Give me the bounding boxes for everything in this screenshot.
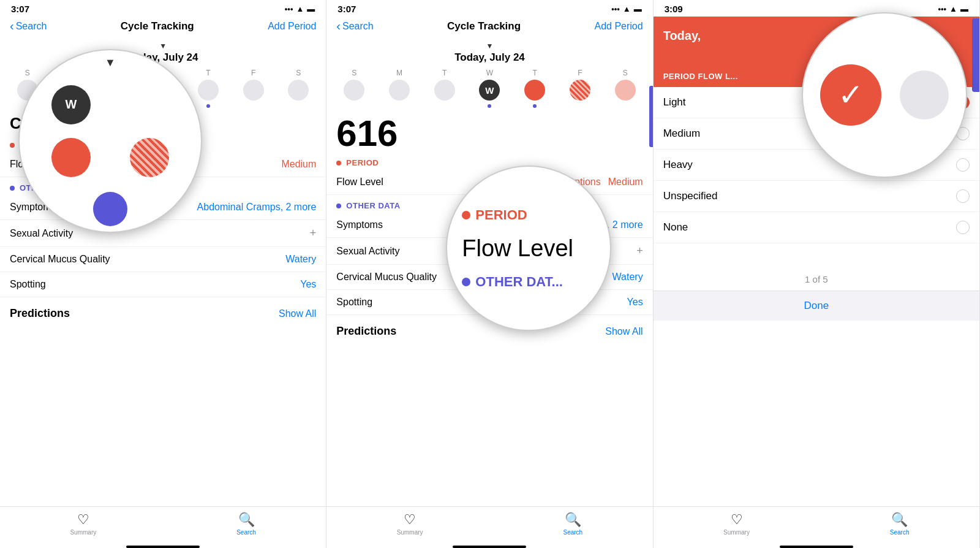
caret-icon: ▼	[159, 42, 167, 50]
lens-w-circle: W	[51, 85, 91, 124]
lens-caret-icon: ▼	[105, 56, 116, 69]
cal-day-t2: T	[198, 69, 219, 108]
date-header-1: ▼ Today, July 24	[0, 38, 326, 66]
lens2-period-label: PERIOD	[475, 207, 527, 223]
back-button-2[interactable]: ‹ Search	[336, 19, 373, 33]
show-all-1[interactable]: Show All	[279, 308, 316, 319]
time-1: 3:07	[11, 4, 29, 14]
add-period-button-2[interactable]: Add Period	[594, 21, 643, 32]
other-dot-2	[336, 204, 341, 208]
nav-title-1: Cycle Tracking	[121, 20, 194, 32]
nav-bar-2: ‹ Search Cycle Tracking Add Period	[326, 17, 652, 38]
home-indicator-2	[453, 546, 526, 548]
period-dot	[10, 143, 15, 148]
cycle-number-2: 616	[326, 110, 652, 152]
heart-icon-2: ♡	[404, 512, 416, 528]
heart-icon-1: ♡	[77, 512, 89, 528]
chevron-left-icon-2: ‹	[336, 19, 341, 33]
battery-icon-3: ▬	[960, 4, 968, 13]
battery-icon: ▬	[307, 4, 315, 13]
panel-3: 3:09 ••• ▲ ▬ Today, PERIOD FLOW L... Lig…	[654, 0, 980, 548]
status-icons-1: ••• ▲ ▬	[285, 4, 315, 13]
cal-day-t1-2: T	[434, 69, 455, 108]
status-bar-3: 3:09 ••• ▲ ▬	[654, 0, 979, 17]
tab-bar-1: ♡ Summary 🔍 Search	[0, 506, 326, 543]
spotting-row-1[interactable]: Spotting Yes	[0, 272, 326, 297]
lens2-other-dot	[462, 278, 470, 286]
search-icon-2: 🔍	[565, 512, 581, 528]
accent-bar-2	[649, 86, 653, 147]
heart-icon-3: ♡	[731, 512, 743, 528]
time-3: 3:09	[665, 4, 683, 14]
predictions-1: Predictions Show All	[0, 297, 326, 324]
signal-icon: •••	[285, 4, 293, 13]
cal-day-f: F	[243, 69, 264, 108]
flow-option-none[interactable]: None	[654, 212, 979, 243]
tab-search-1[interactable]: 🔍 Search	[236, 512, 256, 536]
panel-2: 3:07 ••• ▲ ▬ ‹ Search Cycle Tracking Add…	[326, 0, 653, 548]
status-icons-3: ••• ▲ ▬	[938, 4, 968, 13]
grey-radio-circle-3	[900, 70, 949, 120]
battery-icon-2: ▬	[634, 4, 642, 13]
tab-bar-2: ♡ Summary 🔍 Search	[326, 506, 652, 543]
tab-search-2[interactable]: 🔍 Search	[564, 512, 583, 536]
tab-summary-1[interactable]: ♡ Summary	[70, 512, 96, 536]
caret-icon-2: ▼	[486, 42, 494, 50]
tab-bar-3: ♡ Summary 🔍 Search	[654, 506, 979, 543]
cal-day-s1-2: S	[344, 69, 364, 108]
cal-day-f-2: F	[570, 69, 590, 108]
checkmark-circle-3: ✓	[820, 64, 881, 126]
period-title-2: PERIOD	[346, 158, 379, 167]
lens2-period-dot	[462, 211, 470, 219]
wifi-icon: ▲	[296, 4, 304, 13]
flow-option-unspecified[interactable]: Unspecified	[654, 181, 979, 212]
status-bar-2: 3:07 ••• ▲ ▬	[326, 0, 652, 17]
lens2-flow-text: Flow Level	[462, 235, 573, 262]
cal-day-s2: S	[288, 69, 309, 108]
cal-day-m-2: M	[389, 69, 410, 108]
lens-3: ✓	[802, 12, 967, 178]
mucus-row-1[interactable]: Cervical Mucus Quality Watery	[0, 247, 326, 272]
signal-icon-2: •••	[611, 4, 620, 13]
lens2-period: PERIOD	[462, 207, 527, 223]
wifi-icon-2: ▲	[623, 4, 631, 13]
date-header-2: ▼ Today, July 24	[326, 38, 652, 66]
sexual-row-1[interactable]: Sexual Activity +	[0, 220, 326, 247]
lens-purple-dot	[93, 192, 127, 226]
status-icons-2: ••• ▲ ▬	[611, 4, 642, 13]
lens2-other: OTHER DAT...	[462, 274, 563, 290]
nav-title-2: Cycle Tracking	[447, 20, 521, 32]
cal-day-t2-2: T	[524, 69, 545, 108]
search-icon-3: 🔍	[891, 512, 908, 528]
period-dot-2	[336, 161, 341, 166]
plus-icon-2[interactable]: +	[636, 245, 643, 257]
status-bar-1: 3:07 ••• ▲ ▬	[0, 0, 326, 17]
wifi-icon-3: ▲	[949, 4, 957, 13]
radio-empty-none	[956, 221, 970, 234]
done-bar-3: Done	[654, 291, 979, 321]
done-button-3[interactable]: Done	[663, 300, 970, 312]
home-indicator-3	[780, 546, 853, 548]
calendar-strip-2: S M T W W T F S	[326, 66, 652, 110]
panel-1: 3:07 ••• ▲ ▬ ‹ Search Cycle Tracking Add…	[0, 0, 326, 548]
other-dot	[10, 186, 15, 191]
cal-day-w-2: W W	[479, 69, 500, 108]
tab-summary-2[interactable]: ♡ Summary	[397, 512, 423, 536]
show-all-2[interactable]: Show All	[605, 326, 643, 337]
home-indicator-1	[126, 546, 200, 548]
tab-summary-3[interactable]: ♡ Summary	[723, 512, 750, 536]
period-section-2: PERIOD	[326, 152, 652, 170]
radio-empty-heavy	[956, 158, 970, 172]
pagination-3: 1 of 5	[654, 268, 979, 291]
search-icon-1: 🔍	[238, 512, 255, 528]
add-period-button-1[interactable]: Add Period	[268, 21, 316, 32]
chevron-left-icon: ‹	[10, 19, 14, 33]
back-button-1[interactable]: ‹ Search	[10, 19, 47, 33]
lens-hatched-circle	[130, 138, 169, 177]
tab-search-3[interactable]: 🔍 Search	[890, 512, 910, 536]
plus-icon-1[interactable]: +	[310, 227, 317, 240]
radio-empty-unspecified	[956, 189, 970, 203]
nav-bar-1: ‹ Search Cycle Tracking Add Period	[0, 17, 326, 38]
blue-strip-3	[972, 18, 979, 92]
cal-day-s2-2: S	[615, 69, 636, 108]
